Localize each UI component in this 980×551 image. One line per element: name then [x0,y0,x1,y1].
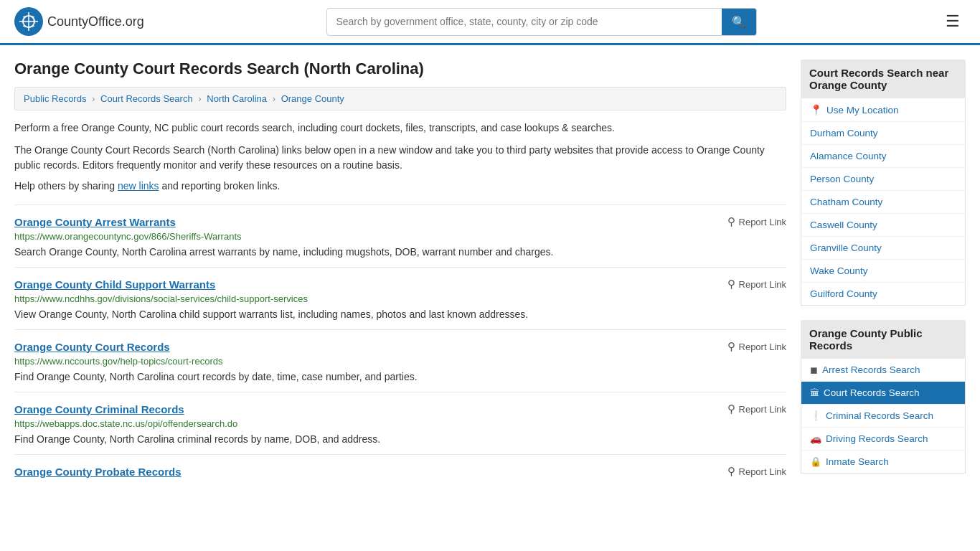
sidebar-item-caswell[interactable]: Caswell County [801,214,965,237]
record-title-1[interactable]: Orange County Child Support Warrants [14,278,215,291]
breadcrumb-orange-county[interactable]: Orange County [281,93,344,104]
logo-link[interactable]: CountyOffice.org [14,7,144,36]
record-title-0[interactable]: Orange County Arrest Warrants [14,216,176,228]
search-input[interactable] [327,10,722,33]
sidebar-item-durham[interactable]: Durham County [801,122,965,145]
main-container: Orange County Court Records Search (Nort… [0,45,980,502]
sidebar-item-chatham[interactable]: Chatham County [801,191,965,214]
records-list: Orange County Arrest Warrants ⚲ Report L… [14,204,786,488]
report-link-0[interactable]: ⚲ Report Link [727,215,786,228]
report-link-3[interactable]: ⚲ Report Link [727,402,786,415]
breadcrumb: Public Records › Court Records Search › … [14,87,786,110]
record-item: Orange County Child Support Warrants ⚲ R… [14,267,786,329]
arrest-records-icon: ◼ [810,364,818,375]
sidebar-criminal-records[interactable]: ❕ Criminal Records Search [801,405,965,428]
report-icon-1: ⚲ [727,278,735,291]
new-links-link[interactable]: new links [118,180,159,192]
menu-button[interactable]: ☰ [940,9,966,34]
record-item: Orange County Criminal Records ⚲ Report … [14,392,786,454]
sidebar-driving-records[interactable]: 🚗 Driving Records Search [801,428,965,451]
record-url-1: https://www.ncdhhs.gov/divisions/social-… [14,293,786,304]
sidebar-item-granville[interactable]: Granville County [801,237,965,260]
record-title-4[interactable]: Orange County Probate Records [14,466,182,478]
sidebar-public-records-list: ◼ Arrest Records Search 🏛 Court Records … [801,359,966,474]
record-url-2: https://www.nccourts.gov/help-topics/cou… [14,356,786,367]
sidebar-item-person[interactable]: Person County [801,168,965,191]
record-item: Orange County Arrest Warrants ⚲ Report L… [14,204,786,267]
record-title-3[interactable]: Orange County Criminal Records [14,403,184,415]
report-icon-0: ⚲ [727,215,735,228]
sidebar-public-records-header: Orange County Public Records [801,320,966,359]
record-desc-2: Find Orange County, North Carolina court… [14,369,786,385]
sidebar-court-records[interactable]: 🏛 Court Records Search [801,382,965,405]
logo-icon [14,7,43,36]
description-1: Perform a free Orange County, NC public … [14,121,786,136]
sidebar-arrest-records[interactable]: ◼ Arrest Records Search [801,359,965,382]
sidebar-item-guilford[interactable]: Guilford County [801,283,965,305]
page-title: Orange County Court Records Search (Nort… [14,60,786,78]
sidebar-nearby-section: Court Records Search near Orange County … [801,60,966,306]
sidebar-inmate-search[interactable]: 🔒 Inmate Search [801,451,965,473]
driving-records-icon: 🚗 [810,433,821,444]
record-url-0: https://www.orangecountync.gov/866/Sheri… [14,231,786,242]
sidebar-item-wake[interactable]: Wake County [801,260,965,283]
report-link-2[interactable]: ⚲ Report Link [727,340,786,353]
description-2: The Orange County Court Records Search (… [14,143,786,173]
record-desc-0: Search Orange County, North Carolina arr… [14,245,786,260]
breadcrumb-north-carolina[interactable]: North Carolina [207,93,267,104]
breadcrumb-public-records[interactable]: Public Records [24,93,86,104]
report-icon-3: ⚲ [727,402,735,415]
court-records-icon: 🏛 [810,387,819,398]
sidebar: Court Records Search near Orange County … [801,60,966,488]
report-link-4[interactable]: ⚲ Report Link [727,465,786,478]
location-pin-icon: 📍 [810,104,822,116]
logo-text: CountyOffice.org [47,14,144,29]
content-area: Orange County Court Records Search (Nort… [14,60,786,488]
criminal-records-icon: ❕ [810,410,821,421]
sidebar-nearby-header: Court Records Search near Orange County [801,60,966,98]
inmate-search-icon: 🔒 [810,456,821,467]
report-icon-2: ⚲ [727,340,735,353]
share-line: Help others by sharing new links and rep… [14,180,786,192]
report-icon-4: ⚲ [727,465,735,478]
report-link-1[interactable]: ⚲ Report Link [727,278,786,291]
sidebar-public-records-section: Orange County Public Records ◼ Arrest Re… [801,320,966,474]
record-item: Orange County Probate Records ⚲ Report L… [14,454,786,488]
sidebar-item-alamance[interactable]: Alamance County [801,145,965,168]
search-bar: 🔍 [326,8,757,36]
header: CountyOffice.org 🔍 ☰ [0,0,980,45]
sidebar-nearby-list: 📍 Use My Location Durham County Alamance… [801,98,966,306]
breadcrumb-court-records[interactable]: Court Records Search [100,93,193,104]
search-button[interactable]: 🔍 [722,9,756,35]
record-title-2[interactable]: Orange County Court Records [14,341,170,353]
record-url-3: https://webapps.doc.state.nc.us/opi/offe… [14,418,786,429]
sidebar-use-location[interactable]: 📍 Use My Location [801,98,965,122]
record-desc-3: Find Orange County, North Carolina crimi… [14,432,786,447]
record-item: Orange County Court Records ⚲ Report Lin… [14,329,786,392]
record-desc-1: View Orange County, North Carolina child… [14,307,786,322]
